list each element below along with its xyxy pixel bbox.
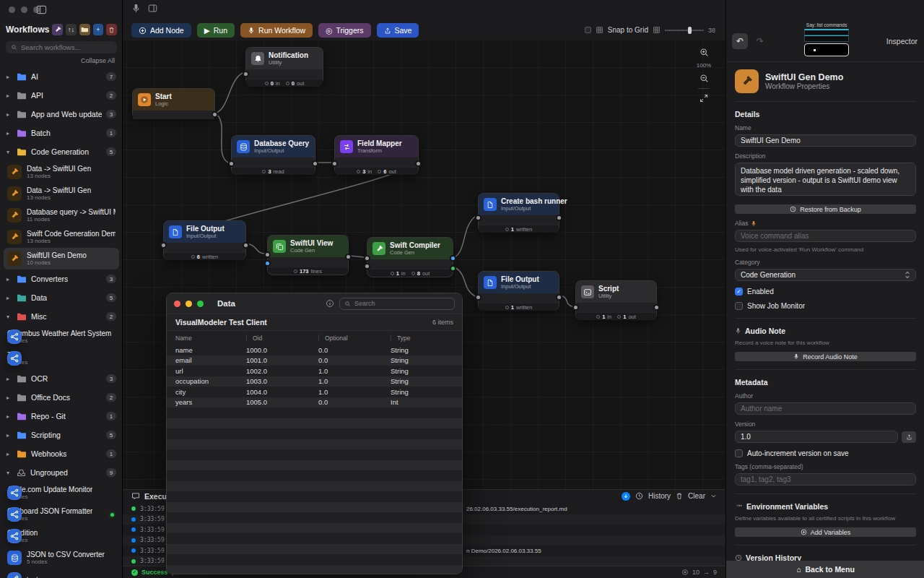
- enabled-checkbox[interactable]: ✓: [735, 288, 743, 296]
- sidebar-folder-webhooks[interactable]: ▸Webhooks1: [0, 444, 123, 463]
- chevron-right-icon[interactable]: ▸: [6, 92, 12, 99]
- node-script[interactable]: ScriptUtility1in1out: [575, 280, 657, 320]
- sidebar-folder-ocr[interactable]: ▸OCR3: [0, 369, 123, 388]
- node-file-output-2[interactable]: File OutputInput/Output1written: [478, 271, 559, 311]
- chevron-right-icon[interactable]: ▸: [6, 111, 12, 118]
- node-database-query[interactable]: Database QueryInput/Output3read: [231, 135, 315, 175]
- toggle-inspector-icon[interactable]: [148, 4, 157, 13]
- sidebar-item-database-query-swiftui-model[interactable]: Database query -> SwiftUI Model11 nodes: [4, 204, 119, 226]
- voice-control-icon[interactable]: [131, 4, 141, 13]
- column-header-oid[interactable]: Oid: [246, 335, 318, 342]
- column-header-type[interactable]: Type: [391, 335, 453, 342]
- new-folder-button[interactable]: [79, 24, 90, 35]
- input-port[interactable]: [228, 160, 235, 167]
- sidebar-folder-data[interactable]: ▸Data5: [0, 288, 123, 307]
- data-window-titlebar[interactable]: Data: [167, 293, 462, 314]
- triggers-button[interactable]: ◎ Triggers: [318, 23, 370, 38]
- enabled-checkbox-row[interactable]: ✓ Enabled: [735, 288, 916, 296]
- input-port[interactable]: [364, 255, 370, 262]
- auto-increment-checkbox[interactable]: [735, 449, 743, 457]
- table-row[interactable]: occupation1003.01.0String: [167, 376, 462, 387]
- add-node-button[interactable]: Add Node: [131, 23, 191, 38]
- data-close-button[interactable]: [174, 301, 180, 307]
- version-export-button[interactable]: [902, 431, 916, 443]
- record-audio-note-button[interactable]: Record Audio Note: [735, 352, 916, 361]
- sidebar-item-clipboard-json-formatter[interactable]: Clipboard JSON Formatter6 nodes: [4, 504, 119, 525]
- run-workflow-button[interactable]: Run Workflow: [240, 23, 313, 38]
- output-port[interactable]: [450, 255, 456, 262]
- sidebar-folder-batch[interactable]: ▸Batch1: [0, 124, 123, 142]
- data-search-field[interactable]: [339, 298, 455, 310]
- grid-size-slider[interactable]: [665, 27, 704, 34]
- add-variables-button[interactable]: Add Variables: [735, 527, 916, 537]
- chevron-right-icon[interactable]: ▸: [6, 74, 12, 80]
- chevron-right-icon[interactable]: ▸: [6, 130, 12, 137]
- chevron-right-icon[interactable]: ▸: [6, 376, 12, 382]
- input-port[interactable]: [264, 251, 271, 258]
- table-row[interactable]: email1001.00.0String: [167, 355, 462, 366]
- sidebar-item-condition[interactable]: Condition5 nodes: [4, 525, 119, 547]
- sidebar-folder-ai[interactable]: ▸AI7: [0, 67, 123, 86]
- job-monitor-checkbox-row[interactable]: Show Job Monitor: [735, 302, 916, 310]
- tags-field[interactable]: [735, 473, 916, 486]
- sidebar-item-swiftui-gen-demo[interactable]: SwiftUI Gen Demo10 nodes: [4, 248, 119, 269]
- back-to-menu-button[interactable]: ⌂ Back to Menu: [726, 561, 924, 578]
- chevron-right-icon[interactable]: ▸: [6, 413, 12, 420]
- chevron-right-icon[interactable]: ▸: [6, 432, 12, 439]
- data-zoom-button[interactable]: [197, 301, 204, 307]
- chevron-right-icon[interactable]: ▸: [6, 295, 12, 301]
- input-port[interactable]: [331, 160, 338, 167]
- sidebar-item-swift-code-generation-demo[interactable]: Swift Code Generation Demo13 nodes: [4, 226, 119, 248]
- sidebar-folder-scripting[interactable]: ▸Scripting5: [0, 426, 123, 444]
- info-icon[interactable]: [326, 299, 334, 308]
- output-port[interactable]: [212, 111, 218, 118]
- clear-button[interactable]: Clear: [688, 492, 705, 500]
- output-port[interactable]: [312, 160, 318, 167]
- input-port[interactable]: [364, 263, 370, 269]
- workflow-search[interactable]: [6, 41, 117, 53]
- toggle-sidebar-icon[interactable]: [36, 4, 47, 15]
- node-start[interactable]: StartLogic: [132, 88, 215, 119]
- minimize-button[interactable]: [21, 7, 27, 13]
- sidebar-item-columbus-weather-alert-system[interactable]: Columbus Weather Alert System6 nodes: [4, 326, 119, 348]
- input-port[interactable]: [264, 260, 271, 267]
- run-button[interactable]: ▶ Run: [197, 23, 235, 38]
- sidebar-folder-converters[interactable]: ▸Converters3: [0, 269, 123, 288]
- chevron-down-icon[interactable]: ▾: [6, 314, 12, 320]
- window-controls[interactable]: [9, 7, 40, 13]
- node-swift-compiler[interactable]: Swift CompilerCode Gen1in8out: [367, 237, 453, 277]
- output-port[interactable]: [243, 242, 249, 249]
- version-field[interactable]: [735, 431, 898, 443]
- input-port[interactable]: [243, 71, 249, 77]
- close-button[interactable]: [9, 7, 15, 13]
- node-file-output-1[interactable]: File OutputInput/Output6written: [163, 220, 246, 260]
- autoscroll-icon[interactable]: [622, 492, 630, 501]
- tools-button[interactable]: [52, 24, 63, 35]
- chevron-right-icon[interactable]: ▸: [6, 394, 12, 401]
- category-select[interactable]: Code Generation: [735, 269, 916, 281]
- job-monitor-checkbox[interactable]: [735, 302, 743, 310]
- chevron-right-icon[interactable]: ▸: [6, 451, 12, 457]
- description-field[interactable]: Database model driven generation - scale…: [735, 163, 916, 196]
- add-workflow-button[interactable]: +: [93, 24, 104, 35]
- output-port[interactable]: [556, 215, 562, 221]
- column-header-optional[interactable]: Optional: [318, 335, 391, 342]
- zoom-out-icon[interactable]: [699, 74, 709, 83]
- input-port[interactable]: [475, 215, 481, 221]
- sidebar-folder-app-and-web-updates[interactable]: ▸App and Web updates3: [0, 105, 123, 124]
- auto-increment-row[interactable]: Auto-increment version on save: [735, 449, 916, 457]
- chevron-down-icon[interactable]: ▾: [6, 470, 12, 476]
- node-field-mapper[interactable]: Field MapperTransform3in6out: [334, 135, 419, 175]
- data-window[interactable]: Data VisualModeler Test Client 6 items N…: [166, 293, 463, 574]
- sidebar-item-data-swiftui-gen[interactable]: Data -> SwiftUI Gen13 nodes: [4, 161, 119, 183]
- table-row[interactable]: name1000.00.0String: [167, 345, 462, 355]
- sidebar-folder-api[interactable]: ▸API2: [0, 86, 123, 105]
- chevron-down-icon[interactable]: [710, 493, 717, 499]
- sidebar-folder-office-docs[interactable]: ▸Office Docs2: [0, 388, 123, 407]
- zoom-in-icon[interactable]: [699, 48, 709, 57]
- fit-view-icon[interactable]: [699, 94, 708, 103]
- node-create-bash-runner[interactable]: Create bash runnerInput/Output1written: [478, 193, 559, 233]
- table-row[interactable]: city1004.01.0String: [167, 387, 462, 397]
- sort-button[interactable]: ↑↓: [66, 24, 77, 35]
- delete-button[interactable]: [106, 24, 117, 35]
